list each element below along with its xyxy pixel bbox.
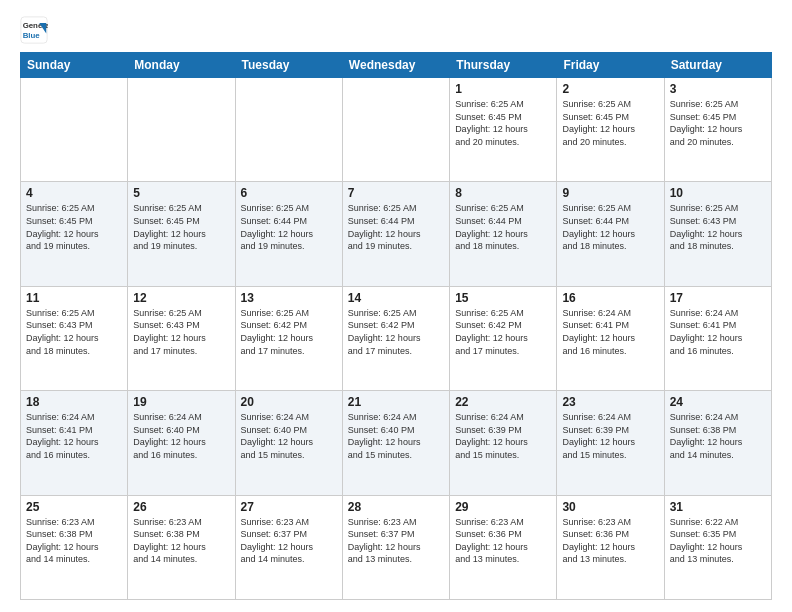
calendar-cell: 11Sunrise: 6:25 AM Sunset: 6:43 PM Dayli… (21, 286, 128, 390)
calendar-cell: 27Sunrise: 6:23 AM Sunset: 6:37 PM Dayli… (235, 495, 342, 599)
day-info: Sunrise: 6:23 AM Sunset: 6:36 PM Dayligh… (455, 516, 551, 566)
day-number: 5 (133, 186, 229, 200)
week-row-0: 1Sunrise: 6:25 AM Sunset: 6:45 PM Daylig… (21, 78, 772, 182)
calendar-cell: 15Sunrise: 6:25 AM Sunset: 6:42 PM Dayli… (450, 286, 557, 390)
week-row-3: 18Sunrise: 6:24 AM Sunset: 6:41 PM Dayli… (21, 391, 772, 495)
day-number: 31 (670, 500, 766, 514)
weekday-header-row: SundayMondayTuesdayWednesdayThursdayFrid… (21, 53, 772, 78)
day-number: 10 (670, 186, 766, 200)
weekday-header-tuesday: Tuesday (235, 53, 342, 78)
calendar-cell: 26Sunrise: 6:23 AM Sunset: 6:38 PM Dayli… (128, 495, 235, 599)
calendar-cell: 28Sunrise: 6:23 AM Sunset: 6:37 PM Dayli… (342, 495, 449, 599)
day-number: 4 (26, 186, 122, 200)
day-info: Sunrise: 6:24 AM Sunset: 6:40 PM Dayligh… (241, 411, 337, 461)
week-row-2: 11Sunrise: 6:25 AM Sunset: 6:43 PM Dayli… (21, 286, 772, 390)
day-info: Sunrise: 6:25 AM Sunset: 6:44 PM Dayligh… (241, 202, 337, 252)
day-number: 13 (241, 291, 337, 305)
calendar-table: SundayMondayTuesdayWednesdayThursdayFrid… (20, 52, 772, 600)
day-number: 28 (348, 500, 444, 514)
calendar-cell: 8Sunrise: 6:25 AM Sunset: 6:44 PM Daylig… (450, 182, 557, 286)
day-info: Sunrise: 6:25 AM Sunset: 6:43 PM Dayligh… (26, 307, 122, 357)
day-info: Sunrise: 6:25 AM Sunset: 6:44 PM Dayligh… (348, 202, 444, 252)
calendar-cell: 20Sunrise: 6:24 AM Sunset: 6:40 PM Dayli… (235, 391, 342, 495)
day-info: Sunrise: 6:24 AM Sunset: 6:38 PM Dayligh… (670, 411, 766, 461)
calendar-cell: 18Sunrise: 6:24 AM Sunset: 6:41 PM Dayli… (21, 391, 128, 495)
day-info: Sunrise: 6:23 AM Sunset: 6:36 PM Dayligh… (562, 516, 658, 566)
weekday-header-saturday: Saturday (664, 53, 771, 78)
calendar-cell: 23Sunrise: 6:24 AM Sunset: 6:39 PM Dayli… (557, 391, 664, 495)
day-number: 30 (562, 500, 658, 514)
day-info: Sunrise: 6:25 AM Sunset: 6:45 PM Dayligh… (133, 202, 229, 252)
day-info: Sunrise: 6:24 AM Sunset: 6:39 PM Dayligh… (562, 411, 658, 461)
calendar-cell (128, 78, 235, 182)
day-number: 18 (26, 395, 122, 409)
day-number: 22 (455, 395, 551, 409)
calendar-cell: 17Sunrise: 6:24 AM Sunset: 6:41 PM Dayli… (664, 286, 771, 390)
day-info: Sunrise: 6:25 AM Sunset: 6:45 PM Dayligh… (26, 202, 122, 252)
day-number: 11 (26, 291, 122, 305)
day-number: 19 (133, 395, 229, 409)
day-info: Sunrise: 6:24 AM Sunset: 6:39 PM Dayligh… (455, 411, 551, 461)
calendar-cell: 12Sunrise: 6:25 AM Sunset: 6:43 PM Dayli… (128, 286, 235, 390)
calendar-cell: 7Sunrise: 6:25 AM Sunset: 6:44 PM Daylig… (342, 182, 449, 286)
week-row-1: 4Sunrise: 6:25 AM Sunset: 6:45 PM Daylig… (21, 182, 772, 286)
calendar-cell: 5Sunrise: 6:25 AM Sunset: 6:45 PM Daylig… (128, 182, 235, 286)
day-info: Sunrise: 6:25 AM Sunset: 6:45 PM Dayligh… (562, 98, 658, 148)
day-number: 15 (455, 291, 551, 305)
day-info: Sunrise: 6:25 AM Sunset: 6:43 PM Dayligh… (133, 307, 229, 357)
day-number: 23 (562, 395, 658, 409)
calendar-cell: 14Sunrise: 6:25 AM Sunset: 6:42 PM Dayli… (342, 286, 449, 390)
day-number: 16 (562, 291, 658, 305)
day-number: 12 (133, 291, 229, 305)
day-info: Sunrise: 6:24 AM Sunset: 6:41 PM Dayligh… (26, 411, 122, 461)
day-info: Sunrise: 6:22 AM Sunset: 6:35 PM Dayligh… (670, 516, 766, 566)
day-number: 21 (348, 395, 444, 409)
weekday-header-friday: Friday (557, 53, 664, 78)
day-number: 26 (133, 500, 229, 514)
day-number: 3 (670, 82, 766, 96)
day-number: 7 (348, 186, 444, 200)
page: General Blue SundayMondayTuesdayWednesda… (0, 0, 792, 612)
logo-icon: General Blue (20, 16, 48, 44)
day-number: 27 (241, 500, 337, 514)
day-number: 2 (562, 82, 658, 96)
day-number: 1 (455, 82, 551, 96)
day-info: Sunrise: 6:25 AM Sunset: 6:45 PM Dayligh… (455, 98, 551, 148)
day-info: Sunrise: 6:25 AM Sunset: 6:45 PM Dayligh… (670, 98, 766, 148)
day-info: Sunrise: 6:25 AM Sunset: 6:44 PM Dayligh… (455, 202, 551, 252)
weekday-header-thursday: Thursday (450, 53, 557, 78)
calendar-cell: 1Sunrise: 6:25 AM Sunset: 6:45 PM Daylig… (450, 78, 557, 182)
calendar-cell: 4Sunrise: 6:25 AM Sunset: 6:45 PM Daylig… (21, 182, 128, 286)
calendar-cell: 3Sunrise: 6:25 AM Sunset: 6:45 PM Daylig… (664, 78, 771, 182)
calendar-cell: 13Sunrise: 6:25 AM Sunset: 6:42 PM Dayli… (235, 286, 342, 390)
calendar-cell: 10Sunrise: 6:25 AM Sunset: 6:43 PM Dayli… (664, 182, 771, 286)
day-info: Sunrise: 6:25 AM Sunset: 6:42 PM Dayligh… (241, 307, 337, 357)
calendar-cell (342, 78, 449, 182)
svg-text:Blue: Blue (23, 31, 41, 40)
calendar-cell: 24Sunrise: 6:24 AM Sunset: 6:38 PM Dayli… (664, 391, 771, 495)
weekday-header-sunday: Sunday (21, 53, 128, 78)
day-number: 6 (241, 186, 337, 200)
day-info: Sunrise: 6:25 AM Sunset: 6:44 PM Dayligh… (562, 202, 658, 252)
day-info: Sunrise: 6:24 AM Sunset: 6:40 PM Dayligh… (133, 411, 229, 461)
day-info: Sunrise: 6:23 AM Sunset: 6:38 PM Dayligh… (26, 516, 122, 566)
day-info: Sunrise: 6:25 AM Sunset: 6:42 PM Dayligh… (348, 307, 444, 357)
weekday-header-monday: Monday (128, 53, 235, 78)
day-info: Sunrise: 6:25 AM Sunset: 6:43 PM Dayligh… (670, 202, 766, 252)
calendar-cell: 2Sunrise: 6:25 AM Sunset: 6:45 PM Daylig… (557, 78, 664, 182)
day-info: Sunrise: 6:24 AM Sunset: 6:41 PM Dayligh… (562, 307, 658, 357)
day-number: 17 (670, 291, 766, 305)
calendar-cell: 31Sunrise: 6:22 AM Sunset: 6:35 PM Dayli… (664, 495, 771, 599)
calendar-cell: 22Sunrise: 6:24 AM Sunset: 6:39 PM Dayli… (450, 391, 557, 495)
calendar-cell: 25Sunrise: 6:23 AM Sunset: 6:38 PM Dayli… (21, 495, 128, 599)
calendar-cell: 30Sunrise: 6:23 AM Sunset: 6:36 PM Dayli… (557, 495, 664, 599)
week-row-4: 25Sunrise: 6:23 AM Sunset: 6:38 PM Dayli… (21, 495, 772, 599)
calendar-cell: 16Sunrise: 6:24 AM Sunset: 6:41 PM Dayli… (557, 286, 664, 390)
day-number: 29 (455, 500, 551, 514)
header: General Blue (20, 16, 772, 44)
day-number: 25 (26, 500, 122, 514)
day-info: Sunrise: 6:23 AM Sunset: 6:37 PM Dayligh… (241, 516, 337, 566)
day-info: Sunrise: 6:23 AM Sunset: 6:37 PM Dayligh… (348, 516, 444, 566)
calendar-cell: 19Sunrise: 6:24 AM Sunset: 6:40 PM Dayli… (128, 391, 235, 495)
day-info: Sunrise: 6:24 AM Sunset: 6:41 PM Dayligh… (670, 307, 766, 357)
